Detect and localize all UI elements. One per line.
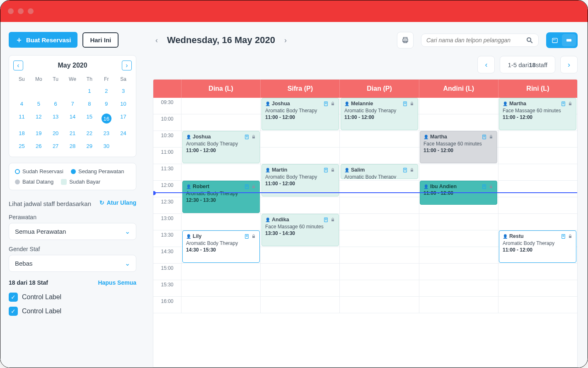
lock-icon <box>251 134 256 139</box>
search-input[interactable] <box>426 37 522 44</box>
reservation-card[interactable]: 👤MarthaFace Massage 60 minutes11:00 - 12… <box>499 98 576 130</box>
reservation-card[interactable]: 👤MelannieAromatic Body Therapy11:00 - 12… <box>341 98 418 130</box>
legend-reserved: Sudah Reservasi <box>15 168 63 174</box>
mini-calendar-day[interactable]: 20 <box>47 127 64 140</box>
mini-calendar-day[interactable]: 22 <box>81 127 98 140</box>
calendar-view-button[interactable] <box>548 34 562 46</box>
mini-calendar-day[interactable]: 23 <box>98 127 115 140</box>
filter-heading: Lihat jadwal staff berdasarkan <box>9 199 91 208</box>
traffic-light-minimize[interactable] <box>18 8 24 14</box>
staff-check-item[interactable]: ✓ Control Label <box>9 290 136 304</box>
svg-rect-12 <box>252 137 255 139</box>
mini-calendar-day[interactable]: 30 <box>98 140 115 153</box>
traffic-light-maximize[interactable] <box>28 8 34 14</box>
mini-calendar-day[interactable]: 25 <box>13 140 30 153</box>
lock-icon <box>251 234 256 239</box>
staff-column-header[interactable]: Rini (L) <box>498 80 577 98</box>
lock-icon <box>409 101 414 106</box>
time-label: 14:30 <box>153 247 181 263</box>
reset-filters-link[interactable]: ↻ Atur Ulang <box>99 199 136 206</box>
search-icon <box>526 36 533 44</box>
current-time-indicator <box>153 192 577 193</box>
mini-calendar-day[interactable]: 18 <box>13 127 30 140</box>
staff-column-header[interactable]: Sifra (P) <box>261 80 340 98</box>
note-icon <box>323 101 329 107</box>
mini-calendar-day[interactable]: 4 <box>13 97 30 110</box>
clear-all-link[interactable]: Hapus Semua <box>98 279 136 286</box>
mini-calendar-day[interactable]: 8 <box>81 97 98 110</box>
reservation-card[interactable]: 👤JoshuaAromatic Body Therapy11:00 - 12:0… <box>261 98 339 130</box>
mini-calendar-day[interactable]: 21 <box>64 127 81 140</box>
reservation-card[interactable]: 👤SalimAromatic Body Therapy <box>341 164 418 179</box>
staff-column-header[interactable]: Dina (L) <box>181 80 261 98</box>
person-icon: 👤 <box>265 168 270 172</box>
create-reservation-button[interactable]: ＋ Buat Reservasi <box>9 32 77 48</box>
mini-calendar-day[interactable]: 1 <box>81 85 98 97</box>
mini-calendar-day[interactable]: 17 <box>115 110 132 127</box>
mini-calendar-day[interactable]: 15 <box>81 110 98 127</box>
reservation-card[interactable]: 👤JoshuaAromatic Body Therapy11:00 - 12:0… <box>182 131 260 163</box>
staff-prev-button[interactable]: ‹ <box>477 56 495 73</box>
date-prev-button[interactable]: ‹ <box>153 34 160 46</box>
search-box[interactable] <box>421 34 539 47</box>
staff-check-item[interactable]: ✓ Control Label <box>9 304 136 318</box>
mini-calendar-day[interactable]: 26 <box>30 140 47 153</box>
note-icon <box>323 167 329 173</box>
note-icon <box>561 234 566 239</box>
schedule-grid: Dina (L)Sifra (P)Dian (P)Andini (L)Rini … <box>153 79 578 368</box>
reservation-card[interactable]: 👤MarthaFace Massage 60 minutes11:00 - 12… <box>420 131 497 163</box>
mini-calendar-day[interactable]: 16 <box>98 110 115 127</box>
svg-rect-40 <box>411 170 413 172</box>
reservation-card[interactable]: 👤RestuAromatic Body Therapy11:00 - 12:00 <box>499 230 576 263</box>
mini-calendar-day[interactable]: 12 <box>30 110 47 127</box>
reservation-card[interactable]: 👤MartinAromatic Body Therapy11:00 - 12:0… <box>261 164 339 196</box>
svg-rect-48 <box>490 186 492 189</box>
staff-check-label: Control Label <box>22 307 61 315</box>
mini-calendar-day[interactable]: 6 <box>47 97 64 110</box>
gender-select[interactable]: Bebas ⌄ <box>9 255 136 272</box>
date-next-button[interactable]: › <box>282 34 289 46</box>
mini-calendar-day[interactable]: 7 <box>64 97 81 110</box>
person-icon: 👤 <box>344 168 349 172</box>
reservation-card[interactable]: 👤LilyAromatic Body Therapy14:30 - 15:30 <box>182 230 260 263</box>
gender-value: Bebas <box>15 260 33 267</box>
traffic-light-close[interactable] <box>8 8 14 14</box>
mini-calendar-day[interactable]: 14 <box>64 110 81 127</box>
mini-calendar-day[interactable]: 29 <box>81 140 98 153</box>
staff-column-header[interactable]: Andini (L) <box>419 80 498 98</box>
person-icon: 👤 <box>265 102 270 106</box>
time-label: 11:00 <box>153 148 181 164</box>
mini-calendar-prev[interactable]: ‹ <box>13 61 23 70</box>
mini-calendar-day[interactable]: 27 <box>47 140 64 153</box>
list-view-button[interactable] <box>562 34 576 46</box>
reservation-card[interactable]: 👤RobertAromatic Body Therapy12:30 - 13:3… <box>182 181 260 213</box>
mini-calendar-day[interactable]: 24 <box>115 127 132 140</box>
mini-calendar-day[interactable]: 13 <box>47 110 64 127</box>
time-label: 12:30 <box>153 197 181 213</box>
mini-calendar-day[interactable]: 19 <box>30 127 47 140</box>
note-icon <box>561 101 566 107</box>
svg-rect-7 <box>554 39 555 40</box>
staff-checklist: ✓ Control Label ✓ Control Label <box>9 290 136 318</box>
reservation-card[interactable]: 👤AndikaFace Massage 60 minutes13:30 - 14… <box>261 214 339 246</box>
svg-rect-5 <box>552 38 557 43</box>
lock-icon <box>330 217 335 222</box>
mini-calendar-day[interactable]: 5 <box>30 97 47 110</box>
mini-calendar-day[interactable]: 11 <box>13 110 30 127</box>
mini-calendar-day[interactable]: 10 <box>115 97 132 110</box>
mini-calendar-day <box>64 85 81 97</box>
mini-calendar-day[interactable]: 28 <box>64 140 81 153</box>
today-button[interactable]: Hari Ini <box>82 32 119 48</box>
svg-point-3 <box>527 38 531 41</box>
mini-calendar-day[interactable]: 3 <box>115 85 132 97</box>
mini-calendar-next[interactable]: › <box>122 61 132 70</box>
mini-calendar-day[interactable]: 2 <box>98 85 115 97</box>
staff-next-button[interactable]: › <box>560 56 578 73</box>
treatment-select[interactable]: Semua Perawatan ⌄ <box>9 223 136 240</box>
chevron-down-icon: ⌄ <box>125 228 130 235</box>
mini-calendar-day[interactable]: 9 <box>98 97 115 110</box>
note-icon <box>244 234 249 239</box>
staff-column-header[interactable]: Dian (P) <box>340 80 419 98</box>
print-button[interactable] <box>397 32 414 48</box>
note-icon <box>244 134 249 140</box>
